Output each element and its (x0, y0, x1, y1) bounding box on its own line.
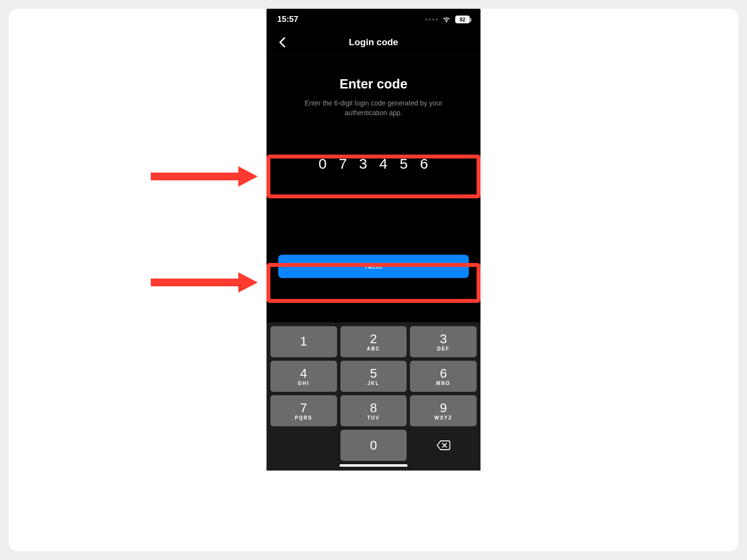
keypad-digit: 9 (440, 402, 446, 414)
keypad-key-0[interactable]: 0 (340, 430, 407, 461)
svg-marker-1 (238, 166, 258, 187)
backspace-icon (436, 439, 451, 451)
keypad-digit: 3 (440, 332, 446, 345)
battery-level: 82 (460, 17, 465, 22)
keypad-key-4[interactable]: 4 GHI (270, 361, 337, 392)
keypad-blank (270, 430, 337, 461)
keypad-letters: WXYZ (434, 415, 452, 420)
code-digit: 3 (359, 156, 368, 172)
keypad-letters: JKL (368, 381, 380, 386)
keypad-letters: GHI (298, 381, 309, 386)
enter-code-heading: Enter code (339, 77, 408, 92)
keypad-letters: DEF (437, 346, 450, 351)
keypad-letters: ABC (367, 346, 380, 351)
keypad-letters: MNO (436, 381, 450, 386)
keypad-delete-button[interactable] (410, 430, 477, 461)
keypad-letters: TUV (367, 415, 380, 420)
status-bar: 15:57 82 (267, 9, 480, 30)
home-indicator[interactable] (339, 464, 408, 467)
keypad-digit: 4 (300, 367, 307, 380)
code-digit: 7 (339, 156, 348, 172)
page-canvas: 15:57 82 (9, 9, 738, 551)
keypad-digit: 1 (300, 335, 307, 348)
keypad-key-2[interactable]: 2 ABC (340, 326, 407, 357)
keypad-key-3[interactable]: 3 DEF (410, 326, 477, 357)
annotation-arrow-icon (151, 270, 258, 295)
battery-icon: 82 (455, 16, 470, 23)
keypad-digit: 2 (370, 332, 377, 345)
keypad-key-7[interactable]: 7 PQRS (270, 395, 337, 426)
keypad-digit: 8 (370, 402, 377, 414)
page-title: Login code (349, 37, 398, 48)
keypad-digit: 0 (370, 439, 377, 452)
enter-code-subtext: Enter the 6-digit login code generated b… (286, 99, 461, 118)
code-digit: 0 (319, 156, 327, 172)
annotation-arrow-icon (151, 164, 258, 189)
chevron-left-icon (279, 37, 285, 48)
back-button[interactable] (271, 30, 293, 54)
keypad-digit: 6 (440, 367, 446, 380)
keypad-key-6[interactable]: 6 MNO (410, 361, 477, 392)
keypad-digit: 7 (300, 402, 307, 414)
keypad-key-5[interactable]: 5 JKL (340, 361, 407, 392)
code-digit: 4 (379, 156, 388, 172)
wifi-icon (442, 16, 451, 23)
keypad-key-1[interactable]: 1 (270, 326, 337, 357)
keypad-letters: PQRS (295, 415, 312, 420)
nav-bar: Login code (267, 30, 480, 54)
svg-marker-3 (238, 272, 258, 293)
numeric-keypad: 1 2 ABC 3 DEF 4 GHI 5 JKL (267, 322, 480, 471)
code-input[interactable]: 0 7 3 4 5 6 (278, 156, 469, 172)
code-digit: 5 (400, 156, 409, 172)
status-time: 15:57 (277, 15, 298, 24)
phone-frame: 15:57 82 (267, 9, 480, 471)
keypad-key-9[interactable]: 9 WXYZ (410, 395, 477, 426)
code-digit: 6 (420, 156, 428, 172)
status-right: 82 (426, 16, 470, 23)
content: Enter code Enter the 6-digit login code … (267, 54, 480, 322)
keypad-digit: 5 (370, 367, 377, 380)
next-button[interactable]: Next (278, 255, 469, 278)
cellular-dots-icon (426, 18, 438, 20)
keypad-key-8[interactable]: 8 TUV (340, 395, 407, 426)
